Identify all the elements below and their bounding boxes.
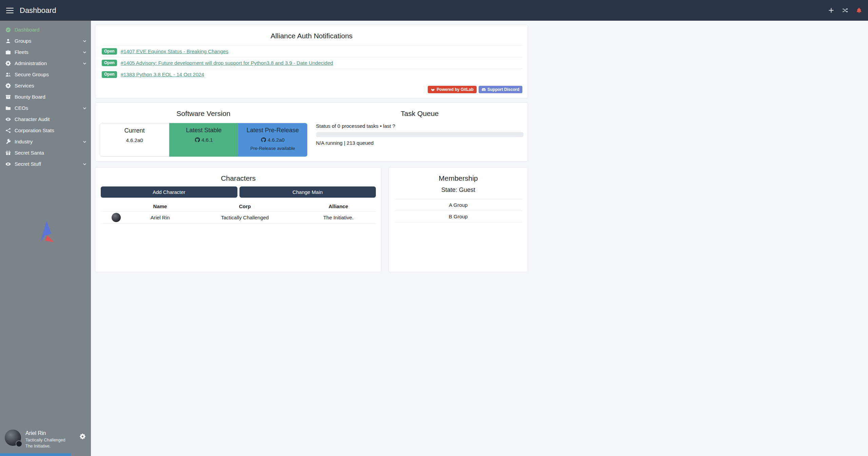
notification-row: Open #1407 EVE Equinox Status - Breaking… — [101, 45, 522, 57]
powered-by-gitlab-badge[interactable]: Powered by GitLab — [428, 86, 477, 93]
version-number: 4.6.1 — [201, 137, 213, 143]
sidebar-item-services[interactable]: Services — [0, 80, 91, 91]
user-info: Ariel Rin Tactically Challenged The Init… — [25, 430, 65, 449]
sidebar-item-groups[interactable]: Groups — [0, 35, 91, 46]
software-version-section: Software Version Current 4.6.2a0 Latest … — [95, 107, 312, 157]
sidebar-item-secret-stuff[interactable]: Secret Stuff — [0, 158, 91, 170]
user-name: Ariel Rin — [25, 430, 65, 436]
user-avatar[interactable] — [5, 430, 21, 446]
version-boxes: Current 4.6.2a0 Latest Stable 4.6.1 Late… — [100, 123, 307, 157]
eye-icon — [5, 161, 11, 167]
top-navbar: Dashboard — [0, 0, 868, 21]
gitlab-icon — [431, 87, 435, 92]
character-alliance: The Initiative. — [301, 211, 376, 223]
version-prerelease-box: Latest Pre-Release 4.6.2a0 Pre-Release a… — [238, 123, 307, 157]
wrench-icon — [5, 139, 11, 144]
task-queue-section: Task Queue Status of 0 processed tasks •… — [312, 107, 528, 157]
link-preview-strip — [0, 453, 71, 456]
discord-icon — [482, 87, 486, 92]
name-column-header: Name — [131, 201, 189, 212]
version-number: 4.6.2a0 — [126, 137, 143, 143]
sidebar-item-corporation-stats[interactable]: Corporation Stats — [0, 125, 91, 136]
support-discord-badge[interactable]: Support Discord — [479, 86, 522, 93]
archive-box-icon — [5, 94, 11, 100]
briefcase-icon — [5, 49, 11, 55]
task-queue-text: N/A running | 213 queued — [316, 140, 524, 146]
sidebar-item-label: Groups — [15, 38, 31, 44]
alliance-logo — [34, 219, 57, 249]
sidebar-item-label: Secure Groups — [15, 72, 49, 77]
notification-bell-icon[interactable] — [856, 7, 862, 13]
alliance-auth-notifications-panel: Alliance Auth Notifications Open #1407 E… — [95, 25, 528, 98]
sidebar-item-label: Secret Santa — [15, 150, 44, 156]
characters-panel: Characters Add Character Change Main Nam… — [95, 167, 382, 272]
characters-actions: Add Character Change Main — [101, 186, 376, 198]
sidebar-item-character-audit[interactable]: Character Audit — [0, 114, 91, 125]
gift-icon — [5, 150, 11, 156]
share-nodes-icon — [5, 128, 11, 133]
sidebar-item-bounty-board[interactable]: Bounty Board — [0, 91, 91, 102]
list-item: A Group — [394, 199, 522, 211]
version-current-box: Current 4.6.2a0 — [100, 123, 169, 157]
chevron-down-icon — [82, 39, 87, 43]
sidebar-item-label: CEOs — [15, 105, 28, 111]
software-version-title: Software Version — [100, 110, 307, 118]
table-row: Ariel Rin Tactically Challenged The Init… — [101, 211, 376, 223]
user-settings-gear-icon[interactable] — [80, 434, 85, 439]
gears-icon — [5, 83, 11, 88]
sidebar-item-label: Bounty Board — [15, 94, 45, 100]
sidebar-item-fleets[interactable]: Fleets — [0, 46, 91, 58]
version-label: Current — [100, 127, 169, 134]
sidebar-item-label: Corporation Stats — [15, 127, 54, 133]
chevron-down-icon — [82, 106, 87, 110]
add-character-button[interactable]: Add Character — [101, 186, 237, 198]
github-icon — [261, 137, 266, 142]
table-header-row: Name Corp Alliance — [101, 201, 376, 212]
sidebar-item-secure-groups[interactable]: Secure Groups — [0, 69, 91, 80]
character-portrait — [112, 213, 121, 222]
shuffle-icon[interactable] — [842, 7, 848, 13]
eye-icon — [5, 117, 11, 122]
task-queue-title: Task Queue — [316, 110, 524, 118]
notifications-footer: Powered by GitLab Support Discord — [101, 86, 522, 93]
add-icon[interactable] — [828, 7, 834, 13]
sidebar-item-label: Secret Stuff — [15, 161, 41, 167]
bottom-panels-row: Characters Add Character Change Main Nam… — [95, 167, 864, 272]
user-alliance: The Initiative. — [25, 444, 65, 449]
chevron-down-icon — [82, 139, 87, 144]
status-badge: Open — [102, 60, 117, 66]
membership-title: Membership — [394, 174, 522, 182]
chevron-down-icon — [82, 61, 87, 65]
notifications-title: Alliance Auth Notifications — [101, 32, 522, 40]
sidebar-item-dashboard[interactable]: Dashboard — [0, 24, 91, 35]
sidebar-item-secret-santa[interactable]: Secret Santa — [0, 147, 91, 158]
version-label: Latest Pre-Release — [238, 127, 307, 134]
notification-link[interactable]: #1405 Advisory: Future development will … — [121, 60, 333, 66]
check-circle-icon — [5, 27, 11, 33]
avatar-column-header — [101, 201, 131, 212]
character-corp: Tactically Challenged — [189, 211, 301, 223]
sidebar: Dashboard Groups Fleets Administration S… — [0, 21, 91, 456]
sidebar-item-industry[interactable]: Industry — [0, 136, 91, 147]
notification-row: Open #1405 Advisory: Future development … — [101, 57, 522, 68]
notification-link[interactable]: #1407 EVE Equinox Status - Breaking Chan… — [121, 48, 229, 54]
change-main-button[interactable]: Change Main — [239, 186, 376, 198]
notification-link[interactable]: #1383 Python 3.8 EOL - 14 Oct 2024 — [121, 72, 204, 77]
navbar-actions — [828, 7, 862, 13]
menu-toggle-button[interactable] — [6, 8, 14, 13]
version-stable-box: Latest Stable 4.6.1 — [169, 123, 238, 157]
sidebar-item-label: Administration — [15, 60, 47, 66]
sidebar-item-administration[interactable]: Administration — [0, 58, 91, 69]
sidebar-item-label: Dashboard — [15, 27, 39, 33]
sidebar-item-label: Character Audit — [15, 116, 50, 122]
chevron-down-icon — [82, 50, 87, 54]
github-icon — [195, 137, 200, 142]
list-item: B Group — [394, 211, 522, 222]
sidebar-item-label: Services — [15, 83, 34, 88]
gears-icon — [5, 61, 11, 66]
corp-column-header: Corp — [189, 201, 301, 212]
version-number: 4.6.2a0 — [268, 137, 285, 143]
page-title: Dashboard — [20, 6, 56, 15]
task-status-text: Status of 0 processed tasks • last ? — [316, 123, 524, 129]
sidebar-item-ceos[interactable]: CEOs — [0, 102, 91, 114]
